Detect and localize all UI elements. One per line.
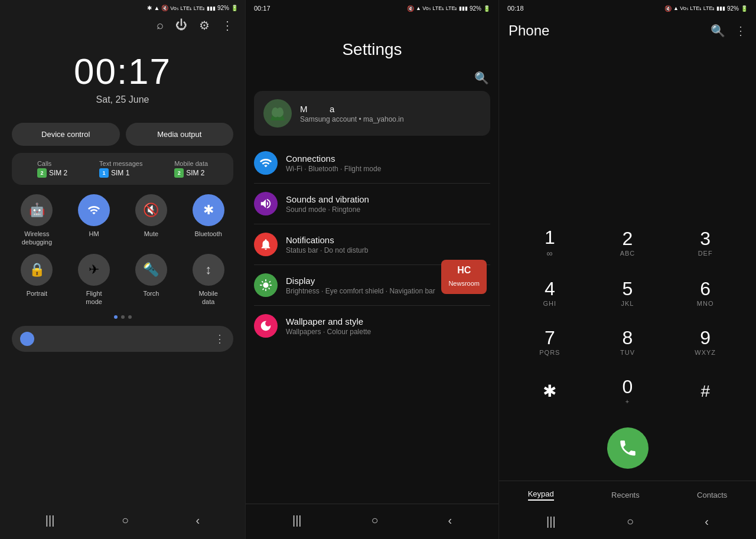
phone-header: Phone 🔍 ⋮ xyxy=(499,17,756,51)
sounds-title: Sounds and vibration xyxy=(286,194,490,204)
notifications-text: Notifications Status bar · Do not distur… xyxy=(286,235,490,254)
key-6[interactable]: 6 MNO xyxy=(666,269,744,318)
tile-hm[interactable]: HM xyxy=(69,194,119,247)
connections-text: Connections Wi-Fi · Bluetooth · Flight m… xyxy=(286,153,490,173)
notifications-icon xyxy=(254,233,278,256)
data-sim[interactable]: Mobile data 2 SIM 2 xyxy=(174,160,208,178)
notifications-title: Notifications xyxy=(286,235,490,245)
settings-icon[interactable]: ⚙ xyxy=(199,18,210,32)
signal-status-text: Vo₅ LTE₁ LTE₂ ▮▮▮ xyxy=(170,5,216,11)
settings-title-area: Settings xyxy=(246,17,498,71)
key-star[interactable]: ✱ xyxy=(511,367,589,416)
recents-nav-3[interactable]: ||| xyxy=(546,515,556,528)
key-8[interactable]: 8 TUV xyxy=(589,318,667,367)
connections-sub: Wi-Fi · Bluetooth · Flight mode xyxy=(286,165,490,173)
wifi-icon-2: ▲ Vo₅ LTE₁ LTE₂ ▮▮▮ xyxy=(416,5,468,11)
tab-contacts[interactable]: Contacts xyxy=(685,488,739,502)
more-icon[interactable]: ⋮ xyxy=(221,18,233,32)
key-hash[interactable]: # xyxy=(666,367,744,416)
status-time-2: 00:17 xyxy=(254,5,271,12)
media-output-button[interactable]: Media output xyxy=(126,123,234,146)
key-9[interactable]: 9 WXYZ xyxy=(666,318,744,367)
sms-sim[interactable]: Text messages 1 SIM 1 xyxy=(99,160,142,178)
power-icon[interactable]: ⏻ xyxy=(175,18,187,32)
account-card[interactable]: M a Samsung account • ma_yahoo.in xyxy=(254,91,490,136)
hc-watermark: HCNewsroom xyxy=(441,260,487,294)
settings-item-wallpaper[interactable]: Wallpaper and style Wallpapers · Colour … xyxy=(254,306,490,346)
portrait-icon: 🔒 xyxy=(21,254,53,286)
sim2-badge-calls: 2 xyxy=(37,168,47,178)
settings-list: Connections Wi-Fi · Bluetooth · Flight m… xyxy=(246,143,498,504)
phone-dialer-screen: 00:18 🔇 ▲ Vo₅ LTE₁ LTE₂ ▮▮▮ 92% 🔋 Phone … xyxy=(499,0,756,539)
back-nav-2[interactable]: ‹ xyxy=(448,514,452,527)
tile-torch[interactable]: 🔦 Torch xyxy=(126,254,177,306)
tile-wireless-debugging[interactable]: 🤖 Wirelessdebugging xyxy=(12,194,62,247)
key-5[interactable]: 5 JKL xyxy=(589,269,667,318)
back-nav-3[interactable]: ‹ xyxy=(705,515,709,528)
settings-search-icon[interactable]: 🔍 xyxy=(474,71,489,85)
connections-icon xyxy=(254,151,278,175)
key-7[interactable]: 7 PQRS xyxy=(511,318,589,367)
battery-icon-3: 🔋 xyxy=(741,5,748,12)
sms-sim-value: 1 SIM 1 xyxy=(99,168,129,178)
wallpaper-icon xyxy=(254,314,278,338)
home-nav-icon[interactable]: ○ xyxy=(122,514,129,527)
tile-portrait[interactable]: 🔒 Portrait xyxy=(12,254,62,306)
page-dots xyxy=(0,315,245,319)
key-0[interactable]: 0 + xyxy=(589,367,667,416)
clock-section: 00:17 Sat, 25 June xyxy=(0,38,245,123)
battery-pct-3: 92% xyxy=(727,5,739,12)
phone-more-icon[interactable]: ⋮ xyxy=(735,24,747,38)
calls-label: Calls xyxy=(37,160,51,167)
call-button[interactable] xyxy=(607,427,649,469)
device-control-button[interactable]: Device control xyxy=(12,123,120,146)
media-bar[interactable]: ⋮ xyxy=(12,326,233,352)
data-sim-value: 2 SIM 2 xyxy=(174,168,204,178)
search-icon[interactable]: ⌕ xyxy=(157,18,164,32)
clock-time: 00:17 xyxy=(74,50,171,92)
sim-selector-row: Calls 2 SIM 2 Text messages 1 SIM 1 Mobi… xyxy=(12,153,233,185)
battery-icon-2: 🔋 xyxy=(483,5,490,12)
sounds-icon xyxy=(254,192,278,215)
wallpaper-text: Wallpaper and style Wallpapers · Colour … xyxy=(286,316,490,336)
calls-sim[interactable]: Calls 2 SIM 2 xyxy=(37,160,67,178)
settings-title: Settings xyxy=(342,40,402,59)
settings-item-notifications[interactable]: Notifications Status bar · Do not distur… xyxy=(254,224,490,265)
phone-header-icons: 🔍 ⋮ xyxy=(711,24,747,38)
account-avatar xyxy=(263,99,292,128)
tile-mute[interactable]: 🔇 Mute xyxy=(126,194,177,247)
settings-item-sounds[interactable]: Sounds and vibration Sound mode · Ringto… xyxy=(254,184,490,224)
top-toolbar: ⌕ ⏻ ⚙ ⋮ xyxy=(0,16,245,38)
media-more-icon[interactable]: ⋮ xyxy=(214,332,225,345)
status-icons-2: 🔇 ▲ Vo₅ LTE₁ LTE₂ ▮▮▮ 92% 🔋 xyxy=(407,5,490,12)
wifi-status-icon: ▲ xyxy=(154,5,159,11)
back-nav-icon[interactable]: ‹ xyxy=(196,514,200,527)
tile-flight-mode[interactable]: ✈ Flightmode xyxy=(69,254,119,306)
status-bar-1: ✱ ▲ 🔇 Vo₅ LTE₁ LTE₂ ▮▮▮ 92% 🔋 xyxy=(0,0,245,16)
recents-nav-icon[interactable]: ||| xyxy=(45,514,55,527)
tab-keypad[interactable]: Keypad xyxy=(516,487,566,503)
nav-bar-1: ||| ○ ‹ xyxy=(0,504,245,539)
call-btn-row xyxy=(499,422,756,481)
portrait-label: Portrait xyxy=(27,289,47,298)
key-1[interactable]: 1 ∞ xyxy=(511,217,589,269)
device-media-row: Device control Media output xyxy=(0,123,245,146)
quick-tiles-grid: 🤖 Wirelessdebugging HM 🔇 Mute ✱ Bluetoot… xyxy=(0,194,245,306)
tile-bluetooth[interactable]: ✱ Bluetooth xyxy=(183,194,233,247)
settings-item-connections[interactable]: Connections Wi-Fi · Bluetooth · Flight m… xyxy=(254,143,490,184)
flight-mode-icon: ✈ xyxy=(78,254,110,286)
mobile-data-icon: ↕ xyxy=(193,254,224,286)
recents-nav-2[interactable]: ||| xyxy=(292,514,302,527)
display-icon xyxy=(254,273,278,297)
tile-mobile-data[interactable]: ↕ Mobiledata xyxy=(183,254,233,306)
key-4[interactable]: 4 GHI xyxy=(511,269,589,318)
home-nav-2[interactable]: ○ xyxy=(371,514,378,527)
key-3[interactable]: 3 DEF xyxy=(666,217,744,269)
home-nav-3[interactable]: ○ xyxy=(627,515,634,528)
key-2[interactable]: 2 ABC xyxy=(589,217,667,269)
dot-1 xyxy=(114,315,118,319)
phone-search-icon[interactable]: 🔍 xyxy=(711,24,725,38)
calls-sim-value: 2 SIM 2 xyxy=(37,168,67,178)
tab-recents[interactable]: Recents xyxy=(599,488,651,502)
recents-tab-label: Recents xyxy=(611,491,640,499)
